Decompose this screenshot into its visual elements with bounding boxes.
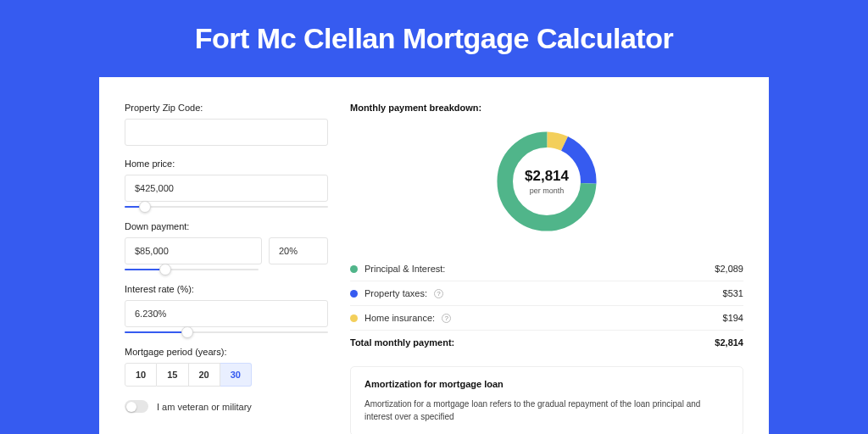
interest-rate-label: Interest rate (%): — [125, 284, 328, 294]
period-label: Mortgage period (years): — [125, 347, 328, 357]
amortization-body: Amortization for a mortgage loan refers … — [364, 398, 729, 423]
legend-label-tax: Property taxes: — [364, 288, 427, 298]
legend-label-pi: Principal & Interest: — [364, 264, 445, 274]
dot-tax — [350, 290, 358, 298]
down-payment-label: Down payment: — [125, 221, 328, 231]
legend-value-ins: $194 — [723, 313, 743, 323]
zip-field: Property Zip Code: — [125, 103, 328, 146]
legend: Principal & Interest: $2,089 Property ta… — [350, 257, 743, 354]
donut-chart-wrap: $2,814 per month — [350, 118, 743, 252]
dot-ins — [350, 314, 358, 322]
legend-row-ins: Home insurance: ? $194 — [350, 305, 743, 330]
calculator-card: Property Zip Code: Home price: Down paym… — [99, 77, 769, 434]
inputs-column: Property Zip Code: Home price: Down paym… — [125, 103, 328, 434]
slider-thumb[interactable] — [181, 326, 193, 338]
donut-center: $2,814 per month — [525, 168, 569, 195]
donut-amount: $2,814 — [525, 168, 569, 185]
legend-label-ins: Home insurance: — [364, 313, 435, 323]
veteran-toggle-row: I am veteran or military — [125, 400, 328, 413]
home-price-label: Home price: — [125, 159, 328, 169]
legend-row-total: Total monthly payment: $2,814 — [350, 330, 743, 354]
period-option-30[interactable]: 30 — [220, 363, 252, 387]
period-field: Mortgage period (years): 10 15 20 30 — [125, 347, 328, 387]
zip-input[interactable] — [125, 119, 328, 146]
legend-value-pi: $2,089 — [715, 264, 743, 274]
period-segmented: 10 15 20 30 — [125, 363, 328, 387]
amortization-section: Amortization for mortgage loan Amortizat… — [350, 366, 743, 434]
home-price-field: Home price: — [125, 159, 328, 210]
donut-sub: per month — [525, 186, 569, 195]
interest-rate-input[interactable] — [125, 300, 328, 327]
down-payment-slider[interactable] — [125, 266, 259, 273]
home-price-slider[interactable] — [125, 203, 328, 210]
interest-rate-field: Interest rate (%): — [125, 284, 328, 336]
period-option-15[interactable]: 15 — [157, 363, 188, 387]
interest-rate-slider[interactable] — [125, 329, 328, 336]
legend-row-pi: Principal & Interest: $2,089 — [350, 257, 743, 281]
slider-thumb[interactable] — [159, 264, 171, 275]
breakdown-heading: Monthly payment breakdown: — [350, 103, 743, 113]
home-price-input[interactable] — [125, 175, 328, 202]
page-title: Fort Mc Clellan Mortgage Calculator — [0, 0, 868, 77]
down-payment-input[interactable] — [125, 237, 262, 264]
legend-row-tax: Property taxes: ? $531 — [350, 281, 743, 305]
period-option-20[interactable]: 20 — [189, 363, 220, 387]
slider-thumb[interactable] — [139, 201, 151, 213]
breakdown-column: Monthly payment breakdown: $2,814 per mo… — [350, 103, 743, 434]
down-payment-pct-input[interactable] — [269, 237, 328, 264]
info-icon[interactable]: ? — [442, 314, 451, 323]
period-option-10[interactable]: 10 — [125, 363, 157, 387]
down-payment-field: Down payment: — [125, 221, 328, 273]
dot-pi — [350, 265, 358, 273]
legend-label-total: Total monthly payment: — [350, 337, 454, 348]
veteran-label: I am veteran or military — [157, 402, 252, 412]
info-icon[interactable]: ? — [434, 289, 443, 298]
toggle-knob — [126, 402, 136, 412]
donut-chart: $2,814 per month — [492, 126, 602, 236]
amortization-heading: Amortization for mortgage loan — [364, 379, 729, 389]
legend-value-tax: $531 — [723, 288, 743, 298]
zip-label: Property Zip Code: — [125, 103, 328, 113]
veteran-toggle[interactable] — [125, 400, 148, 413]
legend-value-total: $2,814 — [715, 337, 743, 348]
